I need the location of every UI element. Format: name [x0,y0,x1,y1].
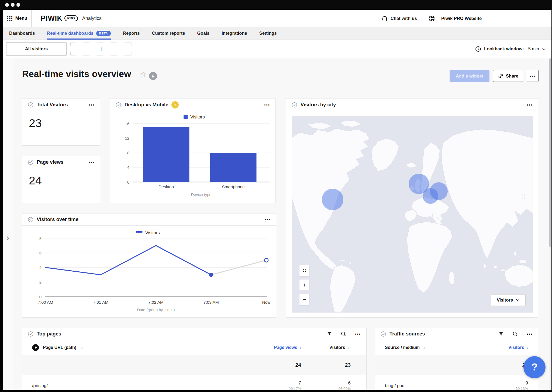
column-header-source-medium[interactable]: Source / medium↓↑ [375,345,485,350]
page-views-value: 24 [29,174,42,187]
chat-with-us-button[interactable]: Chat with us [374,15,424,22]
column-header-page-url[interactable]: Page URL (path)↓↑ [22,344,220,351]
visitor-bubble-north-america[interactable] [322,189,343,210]
tab-settings[interactable]: Settings [259,27,277,40]
play-circle-icon[interactable] [32,344,39,351]
dashboard-tab-all-visitors[interactable]: All visitors [6,42,67,56]
app-window: Menu PIWIK PRO Analytics Chat with us [3,10,551,390]
favorite-star-icon[interactable]: ☆ [140,71,147,78]
window-minimize-button[interactable] [11,3,15,7]
visitors-cell-value: 9 [526,380,528,386]
widget-title: Visitors by city [301,102,336,108]
page-views-cell-percent: 29.17% [289,387,301,390]
widget-desktop-vs-mobile: Desktop vs Mobile ••• 0481216DesktopSmar… [110,99,276,203]
visitor-bubble-southern-europe[interactable] [423,188,438,204]
visitors-cell-value: 6 [348,380,351,386]
svg-text:Device type: Device type [191,192,212,197]
column-header-page-views[interactable]: Page views↓ [220,345,301,350]
tab-goals[interactable]: Goals [197,27,209,40]
svg-text:4: 4 [127,165,129,170]
column-label: Page views [274,345,297,350]
tab-label: Reports [123,31,140,36]
map-metric-selector[interactable]: Visitors [491,294,526,306]
svg-text:2: 2 [39,280,42,284]
dashboard-more-button[interactable]: ••• [527,70,539,82]
widget-more-button[interactable]: ••• [89,103,95,107]
table-row[interactable]: bing / ppc939.13% [375,375,538,390]
map-zoom-in-button[interactable]: + [299,279,309,291]
vertical-scrollbar[interactable] [549,58,551,390]
column-header-visitors[interactable]: Visitors↓↑ [301,345,351,350]
table-header-row: Page URL (path)↓↑Page views↓Visitors↓↑ [22,340,366,355]
window-close-button[interactable] [5,3,9,7]
desktop-vs-mobile-chart: 0481216DesktopSmartphoneDevice typeVisit… [110,111,276,203]
widget-header: Traffic sources ••• [375,328,538,340]
website-selector[interactable]: Piwik PRO Website [424,15,551,22]
svg-text:16: 16 [125,121,129,126]
data-point-current[interactable] [209,273,213,277]
tab-real-time-dashboards[interactable]: Real-time dashboardsBETA [47,27,111,40]
clock-icon [475,46,481,52]
bar-smartphone[interactable] [210,153,257,182]
sort-desc-icon[interactable]: ↓ [526,345,528,350]
add-widget-button[interactable]: Add a widget [450,70,489,82]
menu-button[interactable]: Menu [3,10,32,27]
tab-custom-reports[interactable]: Custom reports [152,27,185,40]
visitors-cell-percent: 39.13% [516,387,528,390]
sort-icon[interactable]: ↓↑ [80,345,84,350]
widget-more-button[interactable]: ••• [264,103,270,107]
column-header-visitors[interactable]: Visitors↓ [485,345,528,350]
window-zoom-button[interactable] [16,3,20,7]
search-icon [341,331,346,337]
widget-header: Desktop vs Mobile ••• [110,99,275,111]
add-dashboard-button[interactable]: + [70,43,132,55]
app-header: Menu PIWIK PRO Analytics Chat with us [3,10,551,27]
widget-more-button[interactable]: ••• [355,332,361,336]
table-row[interactable]: /pricing/729.17%626.09% [22,375,366,390]
widget-more-button[interactable]: ••• [265,218,271,222]
widget-filter-button[interactable] [327,331,332,337]
svg-text:0: 0 [39,295,42,299]
menu-label: Menu [15,16,27,21]
chat-label: Chat with us [391,16,417,21]
svg-text:Now: Now [262,300,271,304]
widget-more-button[interactable]: ••• [89,160,95,164]
nav-tabs: DashboardsReal-time dashboardsBETAReport… [3,27,551,40]
summary-page-views-value: 24 [295,362,301,368]
check-circle-icon [381,331,386,337]
lookback-control[interactable]: Lookback window: 5 min [475,46,546,52]
svg-text:Smartphone: Smartphone [222,184,244,189]
chevron-down-icon [516,298,520,302]
website-name: Piwik PRO Website [441,16,482,21]
table-header-row: Source / medium↓↑Visitors↓ [375,340,538,355]
help-button[interactable]: ? [523,356,546,378]
map-metric-label: Visitors [497,298,513,303]
svg-text:Date (group by 1 min): Date (group by 1 min) [137,308,175,312]
widget-header: Page views ••• [22,156,100,168]
share-button[interactable]: Share [493,70,523,82]
map-zoom-out-button[interactable]: − [299,294,309,305]
expand-sidebar-button[interactable] [5,235,11,242]
widget-filter-button[interactable] [498,331,504,337]
widget-more-button[interactable]: ••• [527,332,533,336]
segment-filter-badge[interactable] [171,101,179,108]
tab-integrations[interactable]: Integrations [222,27,247,40]
widget-more-button[interactable]: ••• [527,103,533,107]
tab-dashboards[interactable]: Dashboards [9,27,35,40]
check-circle-icon [28,331,33,337]
widget-search-button[interactable] [512,331,518,337]
tab-label: Dashboards [9,31,35,36]
widget-search-button[interactable] [341,331,346,337]
world-map[interactable] [292,116,533,313]
svg-text:7:03 AM: 7:03 AM [203,300,219,304]
widget-title: Page views [37,159,64,165]
sort-icon[interactable]: ↓↑ [347,345,351,350]
more-icon: ••• [530,74,536,78]
scrollbar-thumb[interactable] [549,58,551,247]
bar-desktop[interactable] [143,127,189,182]
map-reset-button[interactable]: ↻ [299,265,309,276]
data-point-pending[interactable] [264,258,268,262]
sort-icon[interactable]: ↓↑ [423,345,427,350]
widget-header: Total Visitors ••• [22,99,100,111]
tab-reports[interactable]: Reports [123,27,140,40]
